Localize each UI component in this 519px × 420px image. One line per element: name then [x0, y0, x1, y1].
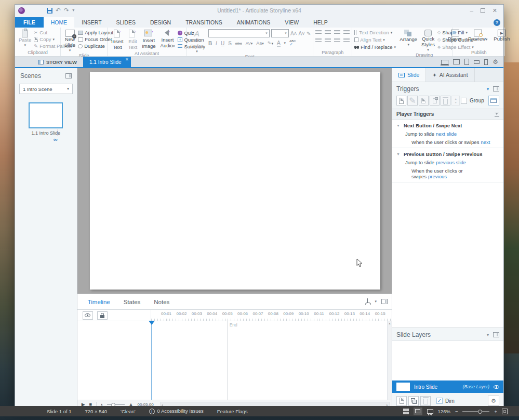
highlight-color-button[interactable]: ✎▾: [268, 41, 273, 46]
strikethrough-button[interactable]: S: [228, 41, 232, 46]
tab-design[interactable]: DESIGN: [143, 17, 178, 28]
ai-insert-image-button[interactable]: ✦ Insert Image: [140, 29, 157, 50]
trigger-order-spinner[interactable]: ▲▼: [451, 96, 459, 106]
timeline-vertical-scrollbar[interactable]: ▴: [387, 321, 392, 400]
align-center-icon[interactable]: [325, 38, 331, 43]
tab-animations[interactable]: ANIMATIONS: [230, 17, 278, 28]
delete-trigger-button[interactable]: [441, 96, 450, 106]
undo-icon[interactable]: ↶: [56, 7, 61, 14]
timeline-end-line[interactable]: [228, 321, 228, 400]
publish-button[interactable]: ▶ Publish: [492, 29, 511, 43]
status-feature-flags[interactable]: Feature Flags: [217, 409, 248, 414]
timeline-menu-caret-icon[interactable]: ▾: [375, 299, 377, 304]
help-icon[interactable]: ?: [494, 19, 500, 26]
tab-insert[interactable]: INSERT: [74, 17, 109, 28]
zoom-out-button[interactable]: −: [455, 409, 458, 414]
maximize-button[interactable]: [481, 8, 485, 13]
minimize-button[interactable]: –: [470, 7, 473, 14]
tab-file[interactable]: FILE: [15, 17, 44, 28]
quick-styles-button[interactable]: Quick Styles▾: [420, 29, 436, 52]
collapse-panel-icon[interactable]: [493, 332, 499, 337]
font-color-button[interactable]: A: [277, 40, 281, 47]
paste-button[interactable]: Paste▾: [17, 29, 33, 48]
layer-visibility-eye-icon[interactable]: [494, 385, 499, 389]
tab-slide-panel[interactable]: Slide: [392, 68, 426, 82]
double-strikethrough-button[interactable]: abc: [235, 41, 242, 46]
dim-checkbox-box[interactable]: ✓: [436, 398, 443, 404]
trigger-item-next[interactable]: ▼Next Button / Swipe Next Jump to sliden…: [392, 120, 503, 148]
spell-check-button[interactable]: ABC✓: [289, 40, 296, 47]
indent-icon[interactable]: [334, 30, 340, 35]
player-button[interactable]: Player: [446, 29, 463, 43]
slide-layers-list[interactable]: [392, 340, 503, 380]
redo-icon[interactable]: ↷: [64, 7, 69, 14]
character-spacing-button[interactable]: AV▾: [246, 41, 253, 46]
preview-settings-gear-icon[interactable]: ⚙: [493, 58, 498, 65]
trigger-link[interactable]: previous: [428, 174, 447, 179]
save-icon[interactable]: [47, 8, 52, 14]
new-trigger-button[interactable]: [396, 96, 406, 106]
duplicate-layer-button[interactable]: [408, 396, 419, 406]
change-case-button[interactable]: Aa▾: [256, 41, 264, 46]
text-styles-button[interactable]: A Text Styles▾: [189, 29, 205, 54]
find-replace-button[interactable]: Find / Replace▾: [354, 44, 396, 50]
lock-all-button[interactable]: [97, 311, 108, 320]
trigger-link[interactable]: next slide: [436, 131, 457, 137]
delete-layer-button[interactable]: [420, 396, 431, 406]
phone-landscape-icon[interactable]: [474, 60, 480, 64]
grow-font-button[interactable]: A˄: [290, 31, 297, 36]
line-spacing-icon[interactable]: [343, 30, 350, 35]
numbering-icon[interactable]: [325, 30, 331, 35]
triggers-menu-caret-icon[interactable]: ▾: [487, 87, 489, 91]
qat-dropdown-icon[interactable]: ▾: [72, 7, 74, 14]
italic-button[interactable]: I: [216, 41, 217, 46]
slide-layers-caret-icon[interactable]: ▾: [487, 333, 489, 337]
preview-button[interactable]: Preview▾: [467, 29, 489, 43]
zoom-to-fit-icon[interactable]: [365, 298, 370, 305]
ai-insert-text-button[interactable]: ✦ Insert Text: [110, 29, 125, 51]
shrink-font-button[interactable]: A˅: [298, 31, 305, 36]
tablet-landscape-icon[interactable]: [453, 59, 460, 64]
tab-notes[interactable]: Notes: [154, 299, 169, 305]
zoom-in-button[interactable]: +: [494, 409, 497, 414]
timeline-zoom-slider[interactable]: [107, 404, 125, 405]
tab-ai-assistant-panel[interactable]: ✦ AI Assistant: [426, 68, 474, 82]
story-view-toggle-icon[interactable]: [403, 409, 409, 414]
base-layer-row[interactable]: Intro Slide (Base Layer): [392, 380, 503, 393]
tab-transitions[interactable]: TRANSITIONS: [178, 17, 230, 28]
collapse-panel-icon[interactable]: [381, 299, 388, 304]
layer-properties-gear-icon[interactable]: ⚙: [488, 396, 499, 406]
slide-thumbnail[interactable]: [29, 102, 63, 128]
zoom-slider[interactable]: [462, 411, 489, 412]
show-hide-all-button[interactable]: [83, 311, 93, 320]
tab-states[interactable]: States: [124, 299, 141, 305]
copy-trigger-button[interactable]: [419, 96, 429, 106]
trigger-item-previous[interactable]: ▼Previous Button / Swipe Previous Jump t…: [392, 148, 503, 182]
text-direction-button[interactable]: Text Direction▾: [354, 30, 396, 35]
close-tab-icon[interactable]: ✕: [125, 57, 129, 62]
close-button[interactable]: ✕: [493, 7, 497, 14]
font-size-combobox[interactable]: ▾: [271, 29, 289, 37]
timeline-tracks[interactable]: End ▴: [77, 321, 392, 400]
slide-tab-intro[interactable]: 1.1 Intro Slide ✕: [83, 57, 131, 67]
collapse-panel-icon[interactable]: [65, 73, 72, 78]
edit-trigger-button[interactable]: ✎: [407, 96, 417, 106]
align-right-icon[interactable]: [334, 38, 340, 43]
font-name-combobox[interactable]: ▾: [208, 29, 270, 37]
arrange-button[interactable]: Arrange▾: [398, 29, 419, 47]
tablet-portrait-icon[interactable]: [464, 59, 469, 65]
link-slide-icon[interactable]: ∞: [54, 136, 58, 142]
slide-view-toggle-icon[interactable]: [414, 408, 422, 415]
tab-view[interactable]: VIEW: [277, 17, 306, 28]
paste-trigger-button[interactable]: [430, 96, 440, 106]
app-logo-icon[interactable]: [18, 7, 25, 14]
scene-selector-dropdown[interactable]: 1 Intro Scene ▾: [19, 84, 73, 94]
preview-toggle-icon[interactable]: [427, 409, 433, 414]
story-view-tab[interactable]: STORY VIEW: [32, 57, 83, 67]
dim-checkbox[interactable]: ✓ Dim: [436, 398, 455, 404]
clear-formatting-button[interactable]: ✎: [307, 31, 311, 36]
tab-help[interactable]: HELP: [306, 17, 335, 28]
phone-portrait-icon[interactable]: [484, 59, 488, 65]
bold-button[interactable]: B: [208, 41, 212, 46]
timeline-ruler-ticks[interactable]: 00:0100:0200:0300:0400:0500:0600:0700:08…: [151, 310, 392, 321]
